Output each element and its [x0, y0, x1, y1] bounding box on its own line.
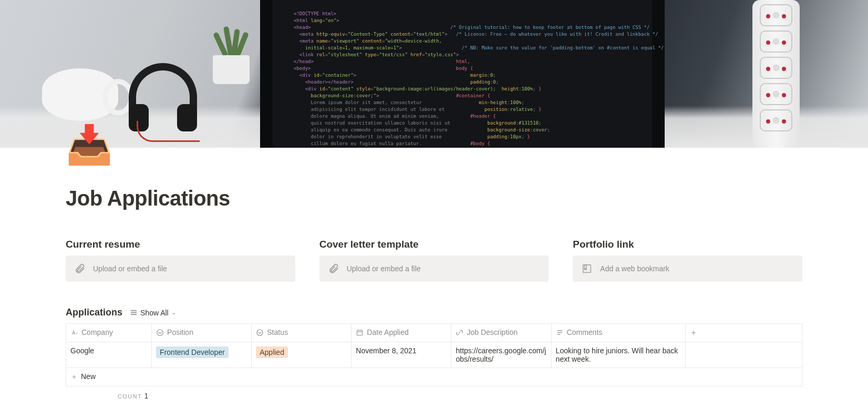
column-header-date[interactable]: Date Applied [352, 324, 451, 342]
column-header-position[interactable]: Position [152, 324, 252, 342]
add-column-button[interactable]: ＋ [685, 324, 802, 342]
column-header-jd[interactable]: Job Description [451, 324, 551, 342]
cell-company[interactable]: Google [66, 342, 152, 368]
bookmark-icon [581, 263, 593, 274]
cell-comments[interactable]: Looking to hire juniors. Will hear back … [551, 342, 685, 368]
page-icon[interactable]: 📥 [66, 126, 113, 163]
table-row[interactable]: Google Frontend Developer Applied Novemb… [66, 342, 802, 368]
resume-upload[interactable]: Upload or embed a file [66, 256, 295, 282]
date-prop-icon [356, 329, 364, 336]
table-icon [130, 309, 138, 316]
select-prop-icon [256, 329, 264, 336]
portfolio-bookmark-label: Add a web bookmark [600, 264, 669, 273]
select-prop-icon [156, 329, 164, 336]
column-header-comments[interactable]: Comments [551, 324, 685, 342]
portfolio-heading[interactable]: Portfolio link [573, 239, 802, 250]
cell-status[interactable]: Applied [252, 342, 352, 368]
url-prop-icon [456, 329, 463, 336]
column-header-company[interactable]: Company [66, 324, 152, 342]
attachment-icon [74, 263, 86, 274]
cell-jd[interactable]: https://careers.google.com/jobs/results/ [451, 342, 551, 368]
text-prop-icon [556, 329, 564, 336]
portfolio-bookmark[interactable]: Add a web bookmark [573, 256, 802, 282]
view-label: Show All [140, 309, 169, 317]
resume-upload-label: Upload or embed a file [93, 264, 167, 273]
resume-heading[interactable]: Current resume [66, 239, 295, 250]
applications-table: Company Position Status Date Applied Job… [66, 323, 802, 386]
new-row-button[interactable]: ＋New [66, 368, 802, 386]
svg-point-2 [157, 329, 163, 335]
cell-empty[interactable] [685, 342, 802, 368]
cover-upload[interactable]: Upload or embed a file [319, 256, 549, 282]
attachment-icon [328, 263, 339, 274]
plus-icon: ＋ [690, 328, 697, 336]
cell-position[interactable]: Frontend Developer [152, 342, 252, 368]
title-prop-icon [70, 329, 78, 336]
cell-date[interactable]: November 8, 2021 [352, 342, 451, 368]
database-title[interactable]: Applications [66, 307, 122, 318]
cover-heading[interactable]: Cover letter template [319, 239, 549, 250]
cover-upload-label: Upload or embed a file [347, 264, 421, 273]
svg-rect-4 [357, 330, 363, 335]
cover-image[interactable]: <!DOCTYPE html> <html lang="en"> <head> … [0, 0, 868, 148]
page-title[interactable]: Job Applications [66, 148, 802, 210]
svg-point-3 [257, 329, 263, 335]
view-selector[interactable]: Show All ⌄ [128, 308, 178, 318]
chevron-down-icon: ⌄ [171, 309, 176, 316]
count-aggregate[interactable]: COUNT1 [66, 386, 151, 400]
plus-icon: ＋ [70, 372, 78, 381]
column-header-status[interactable]: Status [252, 324, 352, 342]
